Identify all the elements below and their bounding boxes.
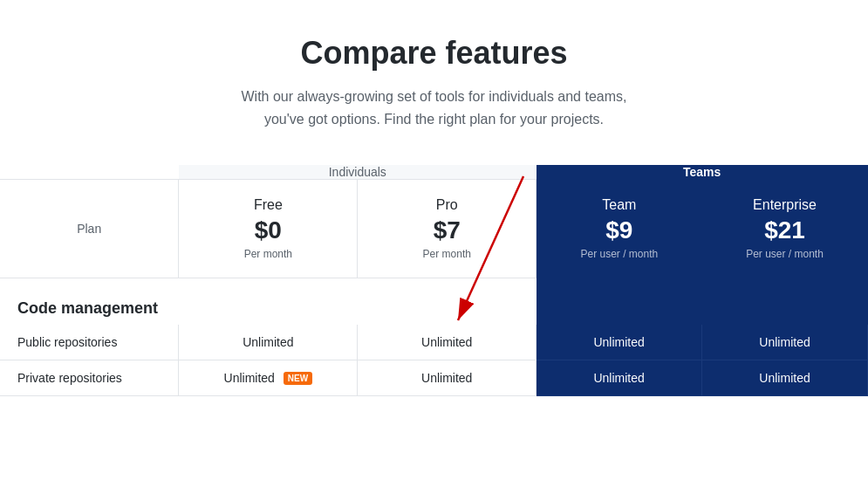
- public-repos-free: Unlimited: [179, 325, 358, 360]
- code-management-header-row: Code management: [0, 285, 868, 325]
- free-plan-period: Per month: [188, 248, 348, 260]
- enterprise-plan-cell: Enterprise $21 Per user / month: [702, 180, 868, 278]
- group-header-empty-cell: [0, 165, 179, 180]
- header-subtitle: With our always-growing set of tools for…: [17, 86, 851, 130]
- public-repos-team: Unlimited: [537, 325, 702, 360]
- code-management-label: Code management: [0, 285, 537, 325]
- teams-group-header: Teams: [537, 165, 868, 180]
- spacer-row: [0, 278, 868, 285]
- public-repos-row: Public repositories Unlimited Unlimited …: [0, 325, 868, 360]
- group-header-row: Individuals Teams: [0, 165, 868, 180]
- individuals-group-header: Individuals: [179, 165, 537, 180]
- page-title: Compare features: [17, 35, 851, 72]
- team-plan-cell: Team $9 Per user / month: [537, 180, 702, 278]
- private-repos-row: Private repositories Unlimited NEW Unlim…: [0, 360, 868, 396]
- free-plan-name: Free: [188, 197, 348, 213]
- pro-plan-name: Pro: [366, 197, 527, 213]
- public-repos-pro: Unlimited: [358, 325, 537, 360]
- pro-plan-period: Per month: [366, 248, 527, 260]
- private-repos-free: Unlimited NEW: [179, 360, 358, 396]
- plan-row: Plan Free $0 Per month Pro $7 Per month …: [0, 180, 868, 278]
- team-plan-period: Per user / month: [545, 248, 693, 260]
- private-repos-label: Private repositories: [0, 360, 179, 396]
- private-repos-enterprise: Unlimited: [702, 360, 868, 396]
- private-repos-pro: Unlimited: [358, 360, 537, 396]
- enterprise-plan-period: Per user / month: [711, 248, 859, 260]
- free-plan-cell: Free $0 Per month: [179, 180, 358, 278]
- public-repos-enterprise: Unlimited: [702, 325, 868, 360]
- header-section: Compare features With our always-growing…: [0, 0, 868, 156]
- team-plan-price: $9: [545, 216, 693, 244]
- private-repos-team: Unlimited: [537, 360, 702, 396]
- team-plan-name: Team: [545, 197, 693, 213]
- free-plan-price: $0: [188, 216, 348, 244]
- plan-label-cell: Plan: [0, 180, 179, 278]
- public-repos-label: Public repositories: [0, 325, 179, 360]
- new-badge: NEW: [284, 372, 312, 385]
- enterprise-plan-name: Enterprise: [711, 197, 859, 213]
- compare-table: Individuals Teams Plan Free $0 Per month…: [0, 165, 868, 396]
- page-wrapper: Compare features With our always-growing…: [0, 0, 868, 396]
- pro-plan-price: $7: [366, 216, 527, 244]
- enterprise-plan-price: $21: [711, 216, 859, 244]
- pro-plan-cell: Pro $7 Per month: [358, 180, 537, 278]
